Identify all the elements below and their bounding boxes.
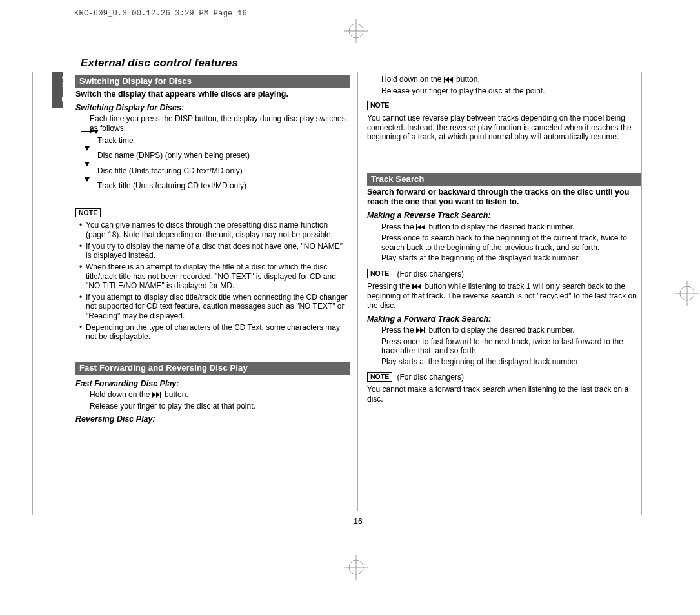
note-body: You cannot use reverse play between trac… [367, 113, 641, 142]
next-track-icon [152, 391, 163, 400]
body-para: Each time you press the DISP button, the… [90, 114, 350, 133]
svg-marker-20 [417, 284, 421, 289]
list-item: When there is an attempt to display the … [79, 262, 350, 291]
regmark-bottom [344, 555, 368, 580]
body-text: Press the button to display the desired … [381, 326, 641, 367]
note-label: NOTE [367, 269, 392, 278]
changer-label: (For disc changers) [397, 373, 464, 382]
body-text: Hold down on the button. Release your fi… [381, 75, 641, 95]
regmark-right [675, 281, 699, 306]
body-para: Play starts at the beginning of the disp… [381, 253, 641, 263]
body-para: Hold down on the button. [90, 390, 350, 400]
page-number: — 16 — [75, 517, 641, 526]
page-border-right [641, 72, 642, 515]
list-item: Depending on the type of characters of t… [79, 323, 350, 342]
changer-label: (For disc changers) [397, 269, 464, 278]
sub-heading: Reversing Disc Play: [75, 415, 350, 424]
section-bar-switching-display: Switching Display for Discs [75, 75, 350, 88]
note-body: You cannot make a forward track search w… [367, 385, 641, 404]
arrow-down-icon [85, 146, 90, 151]
regmark-top [344, 19, 368, 43]
right-column: Hold down on the button. Release your fi… [367, 72, 641, 404]
svg-rect-12 [444, 77, 445, 83]
prev-track-icon [412, 282, 423, 292]
note-label: NOTE [367, 372, 392, 382]
list-item: If you try to display the name of a disc… [79, 242, 350, 260]
note-label: NOTE [75, 208, 101, 218]
svg-marker-22 [420, 327, 424, 333]
body-para: Press the button to display the desired … [381, 222, 641, 233]
prev-track-icon [444, 75, 454, 85]
language-tab-label: English [61, 75, 70, 102]
svg-rect-23 [424, 327, 425, 333]
section-intro: Search forward or backward through the t… [367, 188, 641, 208]
left-column: Switching Display for Discs Switch the d… [75, 72, 350, 426]
section-intro: Switch the display that appears while di… [75, 90, 350, 99]
body-para: Release your finger to play the disc at … [381, 86, 641, 96]
body-para: Press once to search back to the beginni… [381, 233, 641, 252]
sub-heading: Making a Forward Track Search: [367, 315, 641, 324]
cycle-entry-arrow-icon [94, 130, 99, 134]
body-para: Press once to fast forward to the next t… [381, 337, 641, 356]
svg-marker-14 [449, 77, 453, 83]
svg-rect-11 [160, 392, 161, 398]
cycle-item: Disc name (DNPS) (only when being preset… [97, 151, 350, 161]
body-text: Press the button to display the desired … [381, 222, 641, 264]
content-area: Switching Display for Discs Switch the d… [75, 72, 641, 511]
list-item: You can give names to discs through the … [79, 220, 350, 239]
list-item: If you attempt to display disc title/tra… [79, 293, 350, 321]
body-para: Release your finger to play the disc at … [90, 402, 350, 411]
section-bar-track-search: Track Search [367, 173, 641, 186]
body-text: Each time you press the DISP button, the… [90, 114, 350, 133]
cycle-item: Track time [97, 136, 350, 146]
body-para: Hold down on the button. [381, 75, 641, 85]
note-label: NOTE [367, 101, 392, 110]
svg-marker-16 [417, 224, 421, 230]
cycle-item: Track title (Units featuring CD text/MD … [97, 181, 350, 191]
note-inline: NOTE (For disc changers) [367, 265, 641, 280]
page-title: External disc control features [81, 57, 238, 70]
svg-marker-9 [152, 392, 156, 398]
arrow-down-icon [85, 162, 90, 166]
body-para: Press the button to display the desired … [381, 326, 641, 336]
sub-heading: Fast Forwarding Disc Play: [75, 379, 350, 389]
cycle-item: Disc title (Units featuring CD text/MD o… [97, 166, 350, 176]
language-tab: English [52, 72, 63, 108]
next-track-icon [416, 326, 426, 336]
note-bullet-list: You can give names to discs through the … [79, 220, 350, 342]
svg-marker-10 [156, 392, 160, 398]
print-job-header: KRC-609_U.S 00.12.26 3:29 PM Page 16 [74, 9, 247, 18]
svg-marker-19 [414, 284, 417, 289]
arrow-down-icon [85, 177, 90, 182]
display-cycle-diagram: Track time Disc name (DNPS) (only when b… [82, 136, 350, 200]
section-bar-ff-rev: Fast Forwarding and Reversing Disc Play [75, 362, 350, 375]
sub-heading: Making a Reverse Track Search: [367, 211, 641, 220]
prev-track-icon [416, 223, 426, 233]
page-canvas: KRC-609_U.S 00.12.26 3:29 PM Page 16 Eng… [0, 0, 700, 615]
body-text: Hold down on the button. Release your fi… [90, 390, 350, 411]
svg-marker-17 [421, 224, 425, 230]
sub-heading: Switching Display for Discs: [75, 103, 350, 113]
svg-rect-18 [412, 284, 414, 289]
heading-rule [75, 70, 641, 70]
svg-rect-15 [416, 224, 417, 230]
note-inline: NOTE (For disc changers) [367, 368, 641, 384]
svg-marker-21 [416, 327, 420, 333]
page-border-left [32, 72, 33, 515]
body-para: Play starts at the beginning of the disp… [381, 357, 641, 367]
note-body: Pressing the button while listening to t… [367, 282, 641, 311]
svg-marker-13 [445, 77, 449, 83]
